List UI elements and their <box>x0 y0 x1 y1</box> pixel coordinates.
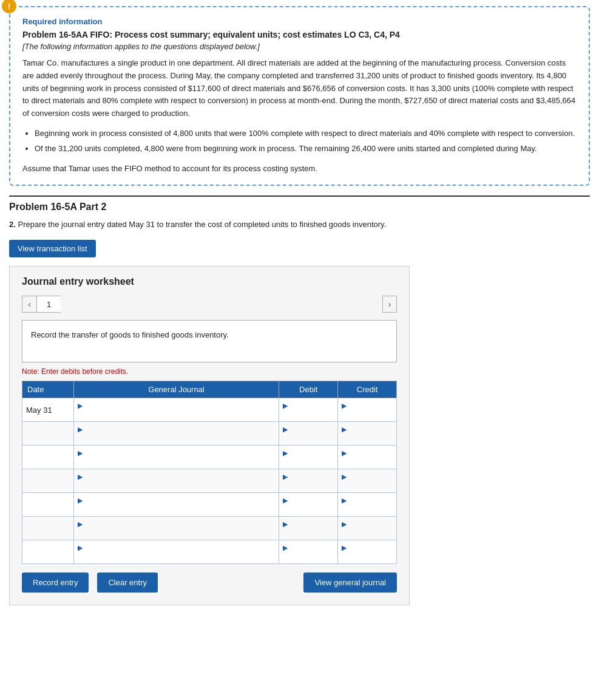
bullet-item-1: Beginning work in process consisted of 4… <box>35 127 577 140</box>
bottom-buttons: Record entry Clear entry View general jo… <box>22 573 397 593</box>
table-row: May 31▶▶▶ <box>22 398 397 422</box>
credit-input-5[interactable] <box>342 528 393 537</box>
credit-input-1[interactable] <box>342 433 393 443</box>
view-transaction-list-button[interactable]: View transaction list <box>9 240 96 257</box>
clear-entry-button[interactable]: Clear entry <box>97 573 158 593</box>
credit-input-6[interactable] <box>342 552 393 561</box>
problem-title: Problem 16-5AA FIFO: Process cost summar… <box>22 30 577 39</box>
credit-cell-2[interactable]: ▶ <box>338 446 397 469</box>
cell-arrow-icon: ▶ <box>342 520 347 528</box>
debit-cell-5[interactable]: ▶ <box>279 517 338 540</box>
credit-input-4[interactable] <box>342 505 393 514</box>
bullet-list: Beginning work in process consisted of 4… <box>35 127 577 155</box>
gj-cell-1[interactable]: ▶ <box>73 422 279 446</box>
cell-arrow-icon: ▶ <box>283 544 288 551</box>
gj-input-5[interactable] <box>78 528 276 537</box>
cell-arrow-icon: ▶ <box>342 473 347 480</box>
gj-input-6[interactable] <box>78 552 276 561</box>
cell-arrow-icon: ▶ <box>78 426 83 433</box>
gj-cell-5[interactable]: ▶ <box>73 517 279 540</box>
journal-worksheet: Journal entry worksheet ‹ 1 › Record the… <box>9 266 410 605</box>
cell-arrow-icon: ▶ <box>78 544 83 551</box>
cell-arrow-icon: ▶ <box>283 426 288 433</box>
tab-number: 1 <box>36 296 61 313</box>
credit-cell-0[interactable]: ▶ <box>338 398 397 422</box>
debit-input-0[interactable] <box>283 410 334 419</box>
debit-cell-6[interactable]: ▶ <box>279 540 338 564</box>
debit-cell-1[interactable]: ▶ <box>279 422 338 446</box>
italic-note: [The following information applies to th… <box>22 42 577 51</box>
debit-input-3[interactable] <box>283 481 334 490</box>
cell-arrow-icon: ▶ <box>283 473 288 480</box>
gj-input-2[interactable] <box>78 457 276 466</box>
record-entry-button[interactable]: Record entry <box>22 573 89 593</box>
date-cell-3 <box>22 469 74 493</box>
gj-cell-0[interactable]: ▶ <box>73 398 279 422</box>
bullet-item-2: Of the 31,200 units completed, 4,800 wer… <box>35 143 577 155</box>
col-header-gj: General Journal <box>73 381 279 398</box>
worksheet-title: Journal entry worksheet <box>22 276 397 287</box>
debit-input-4[interactable] <box>283 505 334 514</box>
gj-cell-6[interactable]: ▶ <box>73 540 279 564</box>
gj-input-1[interactable] <box>78 433 276 443</box>
debit-input-5[interactable] <box>283 528 334 537</box>
cell-arrow-icon: ▶ <box>342 544 347 551</box>
journal-table: Date General Journal Debit Credit May 31… <box>22 381 397 564</box>
debit-input-2[interactable] <box>283 457 334 466</box>
credit-cell-5[interactable]: ▶ <box>338 517 397 540</box>
cell-arrow-icon: ▶ <box>283 497 288 504</box>
question-number: 2. <box>9 220 16 229</box>
date-cell-6 <box>22 540 74 564</box>
question-body: Prepare the journal entry dated May 31 t… <box>18 220 386 229</box>
gj-input-3[interactable] <box>78 481 276 490</box>
info-body: Tamar Co. manufactures a single product … <box>22 57 577 120</box>
gj-input-0[interactable] <box>78 410 276 419</box>
credit-input-0[interactable] <box>342 410 393 419</box>
table-row: ▶▶▶ <box>22 422 397 446</box>
instruction-box: Record the transfer of goods to finished… <box>22 320 397 362</box>
credit-cell-6[interactable]: ▶ <box>338 540 397 564</box>
view-general-journal-button[interactable]: View general journal <box>303 573 397 593</box>
gj-cell-2[interactable]: ▶ <box>73 446 279 469</box>
tab-prev-button[interactable]: ‹ <box>22 296 36 313</box>
note-text: Note: Enter debits before credits. <box>22 367 397 376</box>
debit-cell-2[interactable]: ▶ <box>279 446 338 469</box>
credit-input-2[interactable] <box>342 457 393 466</box>
table-row: ▶▶▶ <box>22 469 397 493</box>
debit-cell-4[interactable]: ▶ <box>279 493 338 517</box>
credit-input-3[interactable] <box>342 481 393 490</box>
instruction-text: Record the transfer of goods to finished… <box>31 330 229 339</box>
credit-cell-4[interactable]: ▶ <box>338 493 397 517</box>
date-cell-0: May 31 <box>22 398 74 422</box>
credit-cell-3[interactable]: ▶ <box>338 469 397 493</box>
gj-input-4[interactable] <box>78 505 276 514</box>
debit-input-6[interactable] <box>283 552 334 561</box>
debit-cell-3[interactable]: ▶ <box>279 469 338 493</box>
cell-arrow-icon: ▶ <box>283 449 288 457</box>
question-text: 2. Prepare the journal entry dated May 3… <box>9 219 590 231</box>
required-info-label: Required information <box>22 17 577 26</box>
gj-cell-3[interactable]: ▶ <box>73 469 279 493</box>
cell-arrow-icon: ▶ <box>78 497 83 504</box>
cell-arrow-icon: ▶ <box>283 402 288 409</box>
col-header-debit: Debit <box>279 381 338 398</box>
gj-cell-4[interactable]: ▶ <box>73 493 279 517</box>
info-box: ! Required information Problem 16-5AA FI… <box>9 6 590 186</box>
tab-navigation: ‹ 1 › <box>22 296 397 313</box>
date-cell-1 <box>22 422 74 446</box>
cell-arrow-icon: ▶ <box>78 520 83 528</box>
tab-next-button[interactable]: › <box>382 296 397 313</box>
table-row: ▶▶▶ <box>22 493 397 517</box>
part-section-title: Problem 16-5A Part 2 <box>9 195 590 212</box>
info-icon: ! <box>2 0 16 13</box>
cell-arrow-icon: ▶ <box>78 473 83 480</box>
cell-arrow-icon: ▶ <box>342 449 347 457</box>
credit-cell-1[interactable]: ▶ <box>338 422 397 446</box>
debit-input-1[interactable] <box>283 433 334 443</box>
cell-arrow-icon: ▶ <box>342 426 347 433</box>
table-row: ▶▶▶ <box>22 517 397 540</box>
cell-arrow-icon: ▶ <box>78 402 83 409</box>
debit-cell-0[interactable]: ▶ <box>279 398 338 422</box>
date-cell-5 <box>22 517 74 540</box>
col-header-date: Date <box>22 381 74 398</box>
